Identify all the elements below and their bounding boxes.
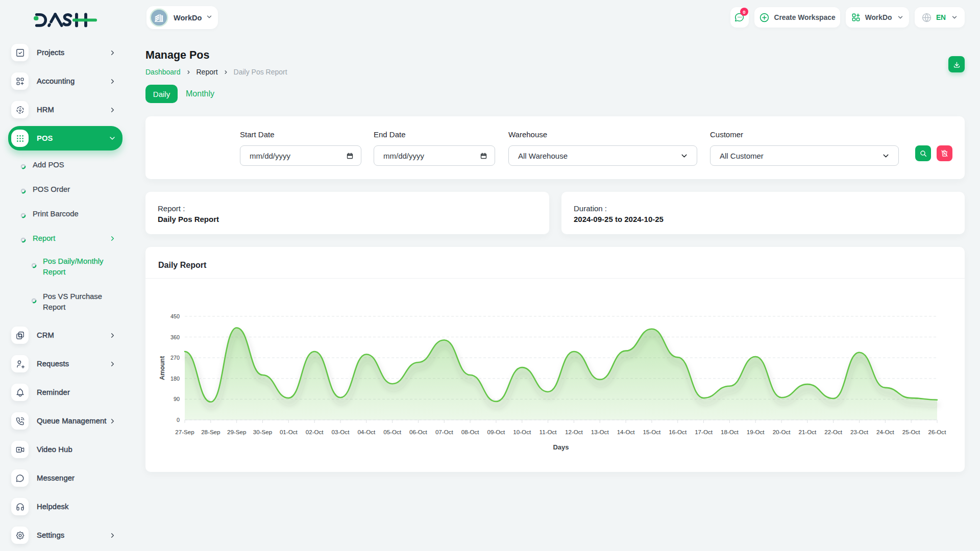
sidebar-subitem-print-barcode[interactable]: Print Barcode — [8, 207, 122, 220]
chart-area-fill — [185, 328, 937, 420]
dash-logo[interactable] — [34, 13, 97, 28]
report-summary-card: Report : Daily Pos Report — [145, 192, 549, 234]
trash-off-icon — [941, 149, 948, 157]
customer-select[interactable]: All Customer — [710, 145, 899, 166]
language-button[interactable]: EN — [915, 7, 965, 28]
end-date-placeholder: mm/dd/yyyy — [383, 152, 424, 160]
sidebar-item-messenger[interactable]: Messenger — [8, 469, 122, 487]
sidebar-subitem-label: Pos VS Purchase Report — [43, 291, 122, 313]
messages-button[interactable]: 0 — [730, 7, 749, 28]
chevron-right-icon — [109, 106, 116, 114]
svg-text:21-Oct: 21-Oct — [798, 429, 817, 435]
svg-text:18-Oct: 18-Oct — [721, 429, 739, 435]
report-period-tabs: Daily Monthly — [145, 85, 214, 103]
breadcrumb-dashboard[interactable]: Dashboard — [145, 68, 181, 76]
sidebar-item-video-hub[interactable]: Video Hub — [8, 441, 122, 458]
sidebar-item-helpdesk[interactable]: Helpdesk — [8, 498, 122, 515]
svg-text:27-Sep: 27-Sep — [175, 429, 194, 435]
daily-report-area-chart[interactable]: 450360270180900 27-Sep28-Sep29-Sep30-Sep… — [145, 278, 965, 472]
layout-grid-add-icon — [15, 77, 25, 86]
workspace-menu-button[interactable]: WorkDo — [846, 7, 909, 28]
sidebar-item-pos[interactable]: POS — [8, 126, 122, 151]
svg-text:22-Oct: 22-Oct — [824, 429, 843, 435]
sidebar-subitem-label: Print Barcode — [33, 210, 79, 218]
chart-title: Daily Report — [158, 261, 206, 270]
user-dashed-circle-icon — [15, 105, 25, 115]
svg-text:23-Oct: 23-Oct — [850, 429, 869, 435]
sidebar-item-hrm[interactable]: HRM — [8, 101, 122, 118]
sidebar-item-accounting[interactable]: Accounting — [8, 72, 122, 90]
report-value: Daily Pos Report — [158, 215, 219, 223]
svg-text:02-Oct: 02-Oct — [306, 429, 324, 435]
svg-text:180: 180 — [170, 375, 180, 382]
page-title: Manage Pos — [145, 49, 209, 62]
svg-text:30-Sep: 30-Sep — [253, 429, 272, 435]
sidebar-item-projects[interactable]: Projects — [8, 44, 122, 61]
tab-daily[interactable]: Daily — [145, 85, 178, 103]
svg-text:17-Oct: 17-Oct — [695, 429, 713, 435]
chevron-down-icon — [680, 152, 689, 160]
download-button[interactable] — [948, 56, 965, 72]
sidebar-item-label: POS — [37, 134, 53, 142]
tab-monthly[interactable]: Monthly — [186, 89, 214, 98]
svg-text:450: 450 — [170, 313, 180, 319]
warehouse-select[interactable]: All Warehouse — [508, 145, 697, 166]
sidebar: Projects Accounting HRM POS Add POS POS … — [0, 0, 133, 551]
sidebar-item-queue-management[interactable]: Queue Management — [8, 412, 122, 430]
video-plus-icon — [15, 445, 25, 455]
svg-text:09-Oct: 09-Oct — [487, 429, 506, 435]
sidebar-subitem-report[interactable]: Report — [8, 232, 122, 245]
search-icon — [919, 149, 927, 158]
user-plus-icon — [15, 359, 25, 369]
sidebar-subitem-add-pos[interactable]: Add POS — [8, 158, 122, 171]
reset-filter-button[interactable] — [937, 145, 952, 161]
ring-bullet-icon — [31, 263, 37, 268]
building-icon — [151, 10, 167, 26]
calendar-icon[interactable] — [346, 152, 354, 160]
sidebar-subitem-label: Add POS — [33, 161, 64, 169]
sidebar-item-label: Messenger — [37, 474, 75, 482]
svg-text:24-Oct: 24-Oct — [876, 429, 895, 435]
end-date-input[interactable]: mm/dd/yyyy — [374, 145, 495, 166]
svg-text:07-Oct: 07-Oct — [435, 429, 454, 435]
sidebar-item-reminder[interactable]: Reminder — [8, 384, 122, 401]
duration-label: Duration : — [574, 204, 607, 213]
svg-text:14-Oct: 14-Oct — [617, 429, 635, 435]
ring-bullet-icon — [20, 188, 26, 194]
chevron-down-icon — [951, 14, 958, 21]
start-date-label: Start Date — [240, 130, 275, 139]
language-label: EN — [936, 14, 946, 21]
breadcrumb-current: Daily Pos Report — [234, 68, 287, 76]
chevron-right-icon — [109, 332, 116, 339]
sidebar-item-requests[interactable]: Requests — [8, 355, 122, 372]
calendar-icon[interactable] — [480, 152, 487, 160]
chevron-right-icon — [109, 78, 116, 85]
svg-text:25-Oct: 25-Oct — [902, 429, 921, 435]
chevron-right-icon — [109, 360, 116, 368]
breadcrumb: Dashboard Report Daily Pos Report — [145, 68, 287, 76]
gear-icon — [15, 531, 25, 540]
ring-bullet-icon — [20, 213, 26, 218]
svg-text:06-Oct: 06-Oct — [409, 429, 428, 435]
sidebar-item-crm[interactable]: CRM — [8, 327, 122, 344]
chevron-right-icon — [186, 69, 191, 75]
circle-plus-icon — [759, 12, 770, 23]
sidebar-item-settings[interactable]: Settings — [8, 527, 122, 544]
sidebar-subitem-pos-vs-purchase-report[interactable]: Pos VS Purchase Report — [8, 291, 122, 313]
svg-text:29-Sep: 29-Sep — [227, 429, 246, 435]
chart-ylabel: Amount — [159, 356, 166, 380]
headphones-icon — [15, 502, 25, 512]
sidebar-item-label: Queue Management — [37, 417, 107, 425]
start-date-input[interactable]: mm/dd/yyyy — [240, 145, 361, 166]
chevron-down-icon — [206, 13, 213, 22]
sidebar-subitem-pos-order[interactable]: POS Order — [8, 183, 122, 196]
create-workspace-button[interactable]: Create Workspace — [754, 7, 840, 28]
sidebar-subitem-pos-daily-monthly-report[interactable]: Pos Daily/Monthly Report — [8, 256, 122, 278]
svg-text:04-Oct: 04-Oct — [357, 429, 376, 435]
search-button[interactable] — [915, 145, 931, 161]
breadcrumb-report[interactable]: Report — [197, 68, 218, 76]
sidebar-nav: Projects Accounting HRM POS Add POS POS … — [8, 44, 122, 551]
workspace-switcher[interactable]: WorkDo — [146, 6, 218, 29]
svg-text:12-Oct: 12-Oct — [565, 429, 583, 435]
svg-text:15-Oct: 15-Oct — [643, 429, 661, 435]
